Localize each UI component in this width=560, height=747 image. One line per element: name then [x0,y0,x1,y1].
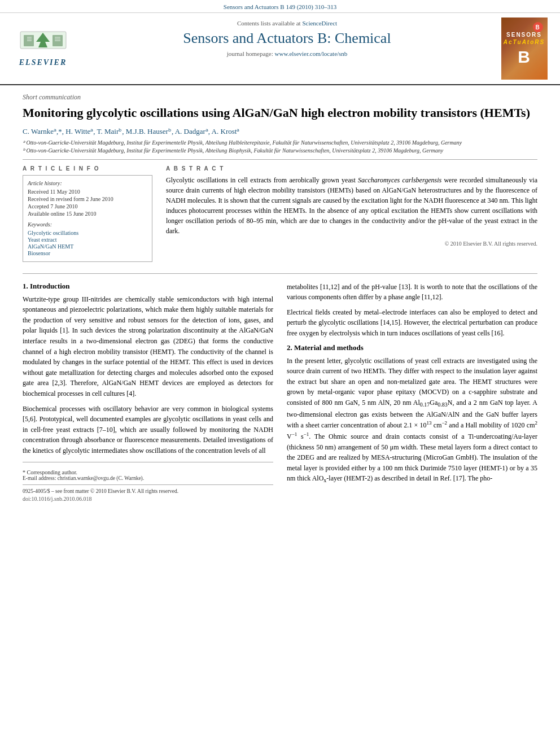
doi-line: doi:10.1016/j.snb.2010.06.018 [23,496,273,502]
header-center: Contents lists available at ScienceDirec… [77,18,497,80]
electrical-para: Electrical fields created by metal–elect… [287,307,537,339]
body-right-col: metabolites [11,12] and of the pH-value … [287,282,537,502]
right-continue-text: metabolites [11,12] and of the pH-value … [287,282,537,303]
email-footnote: E-mail address: christian.warnke@ovgu.de… [23,475,273,481]
keyword-4: Biosensor [28,250,147,256]
footer-section: * Corresponding author. E-mail address: … [23,462,273,502]
article-type: Short communication [23,93,537,102]
badge-b-text: B [518,49,531,65]
intro-para-2: Biochemical processes with oscillatory b… [23,404,273,456]
elsevier-brand-text: ELSEVIER [19,58,67,67]
intro-heading: 1. Introduction [23,282,273,291]
methods-heading: 2. Material and methods [287,343,537,352]
article-info-abstract-section: A R T I C L E I N F O Article history: R… [23,165,537,268]
authors: C. Warnkeᵃ,*, H. Witteᵃ, T. Mairᵇ, M.J.B… [23,127,537,136]
elsevier-logo: ELSEVIER [9,30,77,67]
citation-text: Sensors and Actuators B 149 (2010) 310–3… [224,3,336,10]
header-section: ELSEVIER Contents lists available at Sci… [0,13,560,85]
keywords-title: Keywords: [28,221,147,228]
main-content: Short communication Monitoring glycolyti… [0,85,560,508]
article-info-label: A R T I C L E I N F O [23,165,152,172]
journal-homepage: journal homepage: www.elsevier.com/locat… [88,50,486,57]
badge-sensors-text: SENSORS [506,32,542,38]
affiliation-a: ᵃ Otto-von-Guericke-Universität Magdebur… [23,139,537,146]
header-left: ELSEVIER [9,18,77,80]
abstract-col: A B S T R A C T Glycolytic oscillations … [166,165,537,268]
divider-1 [23,159,537,160]
keyword-2: Yeast extract [28,237,147,243]
article-title: Monitoring glycolytic oscillations using… [23,105,537,121]
sciencedirect-link[interactable]: ScienceDirect [302,20,337,27]
copyright-footnote: 0925-4005/$ – see front matter © 2010 El… [23,488,273,494]
body-two-col: 1. Introduction Wurtzite-type group III-… [23,282,537,502]
journal-title: Sensors and Actuators B: Chemical [88,30,486,47]
corresponding-label: * Corresponding author. [23,469,273,475]
abstract-label: A B S T R A C T [166,165,537,172]
badge-actuators-text: AcTuAtoRS [504,39,545,45]
keyword-3: AlGaN/GaN HEMT [28,243,147,250]
body-section: 1. Introduction Wurtzite-type group III-… [23,282,537,502]
history-title: Article history: [28,180,147,186]
divider-2 [23,273,537,274]
abstract-text: Glycolytic oscillations in cell extracts… [166,175,537,236]
journal-badge: B SENSORS AcTuAtoRS B [501,18,548,80]
article-info-box: Article history: Received 11 May 2010 Re… [23,175,152,262]
intro-para-1: Wurtzite-type group III-nitrides are che… [23,294,273,399]
received-revised-date: Received in revised form 2 June 2010 [28,196,147,202]
top-bar: Sensors and Actuators B 149 (2010) 310–3… [0,0,560,13]
article-info-col: A R T I C L E I N F O Article history: R… [23,165,152,268]
received-date: Received 11 May 2010 [28,189,147,195]
header-right: B SENSORS AcTuAtoRS B [497,18,551,80]
accepted-date: Accepted 7 June 2010 [28,203,147,209]
body-left-col: 1. Introduction Wurtzite-type group III-… [23,282,273,502]
affiliation-b: ᵇ Otto-von-Guericke-Universität Magdebur… [23,147,537,154]
badge-circle-icon: B [533,22,543,32]
contents-line: Contents lists available at ScienceDirec… [88,20,486,27]
elsevier-logo-icon [19,30,67,56]
keyword-1: Glycolytic oscillations [28,230,147,236]
available-online-date: Available online 15 June 2010 [28,211,147,217]
methods-para: In the present letter, glycolytic oscill… [287,356,537,486]
journal-url[interactable]: www.elsevier.com/locate/snb [275,50,348,57]
copyright-text: © 2010 Elsevier B.V. All rights reserved… [166,241,537,247]
